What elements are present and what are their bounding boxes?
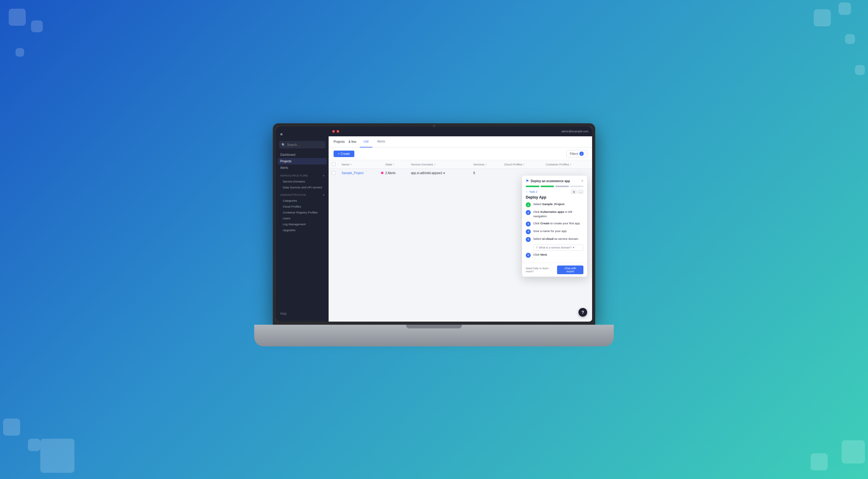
tutorial-task-title: Deploy App: [522, 195, 587, 202]
filter-label: Filters: [570, 152, 578, 156]
col-state: State ↑: [382, 160, 408, 168]
tutorial-flag-icon: ⚑: [526, 179, 529, 183]
filter-button[interactable]: Filters 1: [566, 150, 587, 157]
sidebar-search[interactable]: 🔍 Search...: [279, 141, 326, 149]
status-dot-2: [337, 130, 339, 133]
app-main: admin@example.com Projects & few List Al…: [329, 126, 592, 322]
dropdown-chevron: ▾: [573, 246, 575, 249]
tutorial-title-row: ⚑ Deploy an ecommerce app: [526, 179, 570, 183]
top-bar-right: admin@example.com: [561, 130, 588, 133]
sidebar-item-alerts[interactable]: Alerts: [276, 164, 329, 171]
sidebar-section-administration: Administration ▾: [276, 190, 329, 198]
table-header: Name ↑ State ↑ Service Domains ↑ Service…: [329, 160, 592, 168]
tutorial-main-title: Deploy an ecommerce app: [531, 180, 570, 183]
row-checkbox-cell: [329, 168, 339, 178]
step-text-1: Select Sample_Project.: [533, 202, 565, 206]
sidebar-logo: ≡: [276, 130, 329, 141]
step-number-4: 4: [526, 229, 531, 234]
laptop-base: [254, 325, 614, 346]
table-area: Name ↑ State ↑ Service Domains ↑ Service…: [329, 160, 592, 322]
col-services: Services ↑: [470, 160, 501, 168]
step-number-3: 3: [526, 222, 531, 226]
service-domain-question[interactable]: ? What is a service domain? ▾: [533, 245, 583, 251]
breadcrumb-projects: Projects: [334, 140, 345, 143]
sidebar-item-service-domains[interactable]: Service Domains: [276, 179, 329, 184]
filter-count: 1: [579, 152, 584, 156]
step-text-3: Click Create to create your first app.: [533, 221, 581, 226]
step-number-6: 6: [526, 253, 531, 258]
question-icon: ?: [536, 246, 537, 249]
sidebar-item-users[interactable]: Users: [276, 215, 329, 221]
tutorial-panel: ⚑ Deploy an ecommerce app ×: [522, 176, 587, 277]
laptop-container: ≡ 🔍 Search... Dashboard Projects Alerts …: [273, 123, 595, 346]
back-label: ← Task 2: [526, 190, 537, 193]
app-sidebar: ≡ 🔍 Search... Dashboard Projects Alerts …: [276, 126, 329, 322]
sidebar-item-data-sources[interactable]: Data Sources and API servers: [276, 184, 329, 190]
question-text: What is a service domain?: [539, 246, 571, 249]
sidebar-section-infrastructure: Infrastructure ▾: [276, 171, 329, 179]
row-state: 2 Alerts: [382, 168, 408, 178]
search-placeholder: Search...: [287, 143, 300, 147]
tab-alerts[interactable]: Alerts: [374, 136, 389, 148]
header-checkbox[interactable]: [332, 162, 335, 166]
chat-expert-button[interactable]: Chat with expert: [557, 265, 583, 274]
tutorial-step-1: 1 Select Sample_Project.: [526, 202, 583, 207]
step-number-2: 2: [526, 210, 531, 215]
step-text-6: Click Next.: [533, 253, 548, 257]
alert-dot: [381, 172, 383, 174]
sidebar-item-log-management[interactable]: Log Management: [276, 221, 329, 227]
row-checkbox[interactable]: [332, 171, 335, 175]
sidebar-item-categories[interactable]: Categories: [276, 198, 329, 203]
screen-bezel: ≡ 🔍 Search... Dashboard Projects Alerts …: [273, 123, 595, 325]
app-screen: ≡ 🔍 Search... Dashboard Projects Alerts …: [276, 126, 592, 322]
tab-bar: Projects & few List Alerts: [329, 136, 592, 148]
row-services: 8: [470, 168, 501, 178]
sidebar-item-upgrades[interactable]: Upgrades: [276, 227, 329, 233]
camera: [433, 125, 435, 127]
create-button[interactable]: + Create: [334, 151, 354, 157]
step-text-5: Select xi-cloud as service domain.: [533, 237, 579, 241]
projects-table: Name ↑ State ↑ Service Domains ↑ Service…: [329, 160, 592, 178]
tab-list[interactable]: List: [360, 136, 372, 148]
tutorial-nav: ← Task 2 ⊞ —: [522, 188, 587, 195]
tutorial-header: ⚑ Deploy an ecommerce app ×: [522, 176, 587, 183]
search-icon: 🔍: [281, 143, 285, 147]
tutorial-grid-btn[interactable]: ⊞: [571, 190, 577, 194]
step-text-4: Give a name for your app.: [533, 229, 567, 233]
tutorial-footer: Need help or learn more? Chat with exper…: [522, 263, 587, 277]
tutorial-task-controls: ⊞ —: [571, 190, 583, 194]
row-project-name[interactable]: Sample_Project: [339, 168, 382, 178]
progress-seg-2: [540, 186, 554, 187]
need-help-text: Need help or learn more?: [526, 267, 557, 273]
col-cloud-profiles: Cloud Profiles ↑: [501, 160, 542, 168]
tutorial-close-button[interactable]: ×: [581, 179, 583, 183]
progress-seg-3: [555, 186, 569, 187]
sidebar-help: Help: [276, 310, 329, 318]
tutorial-step-3: 3 Click Create to create your first app.: [526, 221, 583, 226]
step-number-5: 5: [526, 237, 531, 242]
toolbar: + Create Filters 1: [329, 148, 592, 160]
sidebar-item-dashboard[interactable]: Dashboard: [276, 152, 329, 158]
top-bar-left: [332, 130, 339, 133]
step-number-1: 1: [526, 202, 531, 207]
tutorial-back-button[interactable]: ← Task 2: [526, 190, 537, 193]
progress-seg-4: [570, 186, 584, 187]
toolbar-right: Filters 1: [566, 150, 587, 157]
help-fab-button[interactable]: ?: [579, 308, 587, 317]
sidebar-item-cloud-profiles[interactable]: Cloud Profiles: [276, 203, 329, 210]
top-bar: admin@example.com: [329, 126, 592, 136]
col-checkbox: [329, 160, 339, 168]
tutorial-step-5: 5 Select xi-cloud as service domain.: [526, 237, 583, 242]
col-name: Name ↑: [339, 160, 382, 168]
sidebar-item-projects[interactable]: Projects: [278, 158, 327, 164]
row-service-domain: app.xi-aithinkit-appsw1 ▾: [408, 168, 470, 178]
sidebar-item-container-registry[interactable]: Container Registry Profiles: [276, 210, 329, 215]
status-dot-1: [332, 130, 335, 133]
user-email: admin@example.com: [561, 130, 588, 133]
tutorial-step-2: 2 Click Kubernetes apps in left navigati…: [526, 210, 583, 219]
breadcrumb-count: & few: [348, 140, 356, 143]
progress-seg-1: [526, 186, 539, 187]
tutorial-minus-btn[interactable]: —: [578, 190, 583, 194]
tutorial-step-4: 4 Give a name for your app.: [526, 229, 583, 234]
tutorial-steps: 1 Select Sample_Project. 2 Click Kuberne…: [522, 202, 587, 263]
